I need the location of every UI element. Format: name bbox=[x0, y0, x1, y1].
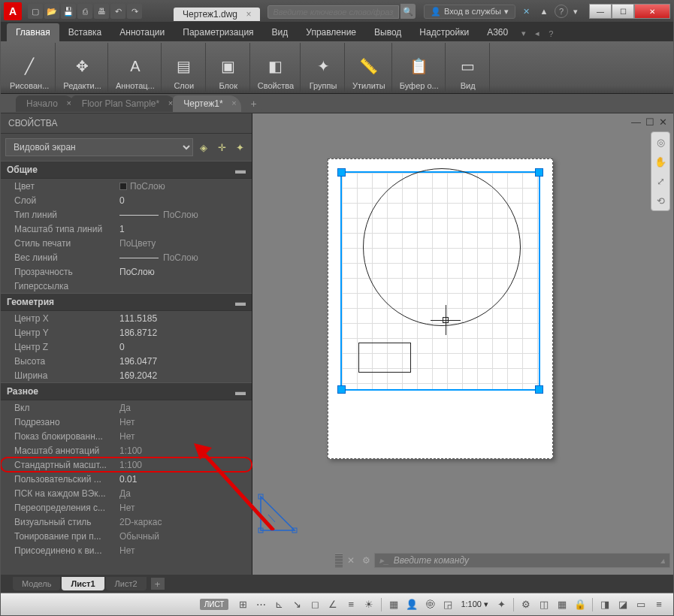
prop-row-2-8[interactable]: Визуальный стиль2D-каркас bbox=[1, 515, 252, 529]
collapse-icon[interactable]: ▬ bbox=[235, 385, 246, 397]
prop-value[interactable]: ПоСлою bbox=[119, 210, 252, 220]
panel-groups[interactable]: ✦Группы bbox=[302, 43, 345, 92]
prop-row-1-4[interactable]: Ширина169.2042 bbox=[1, 368, 252, 382]
prop-value[interactable]: 1 bbox=[119, 224, 252, 234]
prop-row-2-0[interactable]: ВклДа bbox=[1, 400, 252, 415]
sb-iso-icon[interactable]: ◨ bbox=[597, 596, 613, 613]
ribbon-tab-2[interactable]: Аннотации bbox=[110, 23, 174, 41]
prop-row-1-1[interactable]: Центр Y186.8712 bbox=[1, 325, 252, 340]
layout-tab-1[interactable]: Лист1 bbox=[62, 577, 104, 590]
sb-ws-icon[interactable]: ⚙ bbox=[518, 596, 534, 613]
select-objects-icon[interactable]: ✛ bbox=[214, 140, 229, 155]
sb-transparency-icon[interactable]: ☀ bbox=[361, 596, 377, 613]
sb-qp-icon[interactable]: ▦ bbox=[554, 596, 570, 613]
viewport-close-icon[interactable]: ✕ bbox=[659, 116, 667, 128]
sb-constraint-icon[interactable]: ⊾ bbox=[271, 596, 287, 613]
prop-value[interactable]: 1:100 bbox=[119, 460, 252, 470]
section-header-1[interactable]: Геометрия▬ bbox=[1, 293, 252, 311]
prop-value[interactable]: Нет bbox=[119, 417, 252, 427]
prop-value[interactable]: Нет bbox=[119, 545, 252, 556]
sb-scale[interactable]: 1:100 ▾ bbox=[458, 599, 491, 609]
prop-row-1-2[interactable]: Центр Z0 bbox=[1, 340, 252, 354]
panel-clipboard[interactable]: 📋Буфер о... bbox=[394, 43, 446, 92]
doc-tab-2[interactable]: Чертеж1*× bbox=[173, 95, 240, 112]
nav-orbit-icon[interactable]: ⟲ bbox=[653, 193, 668, 208]
window-minimize[interactable]: — bbox=[589, 4, 612, 19]
command-input[interactable]: ▸_ Введите команду ▴ bbox=[374, 553, 670, 568]
prop-value[interactable]: 169.2042 bbox=[119, 370, 252, 381]
ribbon-tab-3[interactable]: Параметризация bbox=[174, 23, 262, 41]
toggle-pim-icon[interactable]: ◈ bbox=[196, 140, 211, 155]
doc-tab-close-0[interactable]: × bbox=[66, 98, 71, 107]
qat-print[interactable]: 🖶 bbox=[94, 4, 109, 19]
nav-pan-icon[interactable]: ✋ bbox=[653, 154, 668, 169]
prop-value[interactable]: Нет bbox=[119, 431, 252, 442]
prop-row-0-7[interactable]: Гиперссылка bbox=[1, 279, 252, 293]
prop-row-1-3[interactable]: Высота196.0477 bbox=[1, 354, 252, 368]
collapse-icon[interactable]: ▬ bbox=[235, 164, 246, 176]
nav-wheel-icon[interactable]: ◎ bbox=[653, 134, 668, 149]
sb-annoscale-icon[interactable]: 🞋 bbox=[422, 596, 438, 613]
viewport-maximize-icon[interactable]: ☐ bbox=[645, 116, 654, 128]
grip-bottom-left[interactable] bbox=[337, 385, 346, 394]
ribbon-tab-5[interactable]: Управление bbox=[297, 23, 365, 41]
section-header-2[interactable]: Разное▬ bbox=[1, 382, 252, 400]
prop-row-0-3[interactable]: Масштаб типа линий1 bbox=[1, 222, 252, 236]
sb-lockui-icon[interactable]: 🔒 bbox=[572, 596, 588, 613]
sb-annoauto-icon[interactable]: ◲ bbox=[440, 596, 456, 613]
grip-bottom-right[interactable] bbox=[535, 385, 543, 394]
panel-annotate[interactable]: AАннотац... bbox=[110, 43, 162, 92]
prop-row-2-7[interactable]: Переопределения с...Нет bbox=[1, 500, 252, 515]
prop-value[interactable]: Да bbox=[119, 403, 252, 413]
prop-value[interactable]: 0 bbox=[119, 342, 252, 352]
app-logo[interactable]: A bbox=[4, 2, 22, 20]
ribbon-extra-0[interactable]: ▾ bbox=[517, 26, 530, 41]
cmdline-grip[interactable] bbox=[335, 554, 343, 567]
prop-value[interactable]: 2D-каркас bbox=[119, 517, 252, 527]
sb-osnap-icon[interactable]: ◻ bbox=[307, 596, 323, 613]
doc-tab-close-2[interactable]: × bbox=[231, 98, 236, 107]
prop-value[interactable]: 0.01 bbox=[119, 474, 252, 485]
help-icon[interactable]: ? bbox=[555, 5, 568, 18]
cmdline-custom-icon[interactable]: ⚙ bbox=[359, 554, 373, 567]
layout-tab-0[interactable]: Модель bbox=[13, 577, 60, 590]
doc-tab-add[interactable]: + bbox=[246, 97, 262, 110]
qat-undo[interactable]: ↶ bbox=[110, 4, 125, 19]
help-dropdown[interactable]: ▾ bbox=[571, 4, 580, 19]
panel-edit[interactable]: ✥Редакти... bbox=[57, 43, 108, 92]
prop-row-2-1[interactable]: ПодрезаноНет bbox=[1, 415, 252, 429]
layout-tab-2[interactable]: Лист2 bbox=[106, 577, 147, 590]
sb-grid-icon[interactable]: ⊞ bbox=[234, 596, 251, 613]
collapse-icon[interactable]: ▬ bbox=[235, 296, 246, 308]
qat-save[interactable]: 💾 bbox=[61, 4, 76, 19]
grip-top-right[interactable] bbox=[535, 168, 543, 177]
ribbon-tab-8[interactable]: A360 bbox=[478, 23, 517, 41]
search-input[interactable] bbox=[267, 5, 399, 19]
prop-row-2-3[interactable]: Масштаб аннотаций1:100 bbox=[1, 443, 252, 457]
ribbon-tab-6[interactable]: Вывод bbox=[365, 23, 410, 41]
prop-value[interactable]: ПоЦвету bbox=[119, 238, 252, 249]
a360-icon[interactable]: ▲ bbox=[536, 4, 552, 19]
section-header-0[interactable]: Общие▬ bbox=[1, 161, 252, 179]
prop-row-2-4[interactable]: Стандартный масшт...1:100 bbox=[1, 457, 252, 472]
prop-value[interactable]: Обычный bbox=[119, 531, 252, 542]
viewport[interactable] bbox=[340, 171, 540, 391]
ribbon-extra-1[interactable]: ◂ bbox=[530, 26, 544, 41]
ribbon-tab-1[interactable]: Вставка bbox=[59, 23, 111, 41]
grip-top-left[interactable] bbox=[337, 168, 346, 177]
search-box[interactable] bbox=[267, 5, 399, 19]
prop-row-2-10[interactable]: Присоединено к ви...Нет bbox=[1, 543, 252, 557]
window-close[interactable]: ✕ bbox=[634, 4, 670, 19]
prop-row-0-5[interactable]: Вес линийПоСлою bbox=[1, 250, 252, 264]
sb-cleanscreen-icon[interactable]: ▭ bbox=[633, 596, 649, 613]
qat-new[interactable]: ▢ bbox=[28, 4, 43, 19]
ribbon-tab-4[interactable]: Вид bbox=[263, 23, 298, 41]
panel-layers[interactable]: ▤Слои bbox=[163, 43, 206, 92]
panel-utilities[interactable]: 📏Утилиты bbox=[346, 43, 392, 92]
viewport-minimize-icon[interactable]: — bbox=[631, 116, 641, 128]
sb-customize-icon[interactable]: ≡ bbox=[651, 596, 667, 613]
prop-row-2-6[interactable]: ПСК на каждом ВЭк...Да bbox=[1, 486, 252, 500]
ribbon-tab-7[interactable]: Надстройки bbox=[410, 23, 478, 41]
panel-draw[interactable]: ╱Рисован... bbox=[4, 43, 56, 92]
sb-otrack-icon[interactable]: ∠ bbox=[325, 596, 341, 613]
